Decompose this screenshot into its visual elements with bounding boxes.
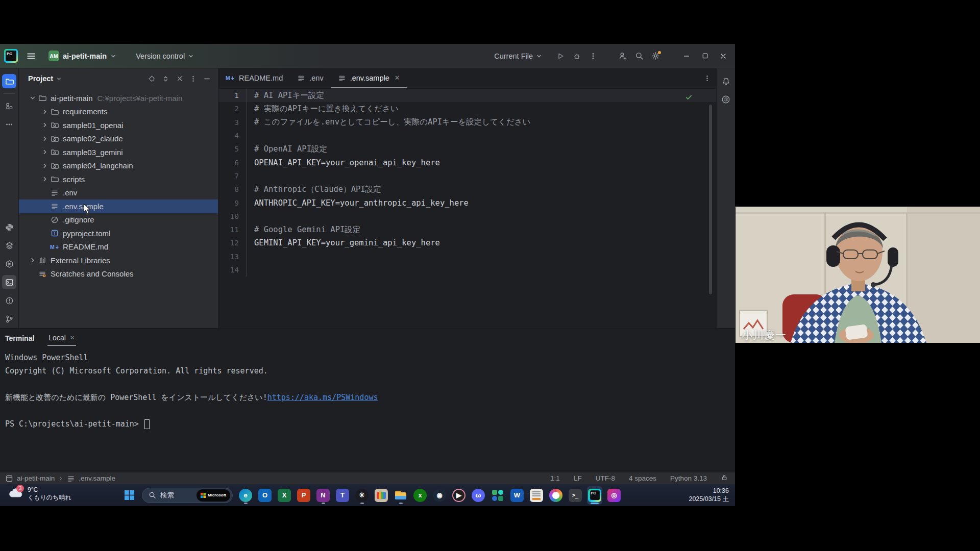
tree-item-scripts[interactable]: scripts [19,172,218,186]
more-toolwindows-icon[interactable] [2,117,16,132]
debug-button[interactable] [569,48,585,64]
excel-icon[interactable]: X [277,486,292,505]
taskbar-clock[interactable]: 10:36 2025/03/15 土 [689,487,729,504]
terminal-tab-local[interactable]: Local ✕ [47,334,76,346]
more-actions-button[interactable] [585,48,601,64]
crumb-file[interactable]: .env.sample [79,474,115,482]
word-icon[interactable]: W [509,486,525,505]
status-python-3-13[interactable]: Python 3.13 [670,474,707,482]
editor-line-13[interactable]: 13 [218,250,716,263]
chevron-right-icon[interactable] [40,122,50,128]
services-toolwindow-icon[interactable] [2,238,16,253]
editor-line-1[interactable]: 1# AI APIキー設定 [218,89,716,102]
editor-line-9[interactable]: 9ANTHROPIC_API_KEY=your_anthropic_api_ke… [218,196,716,209]
project-selector[interactable]: AM ai-petit-main [44,48,120,63]
discord-icon[interactable]: ω [471,486,486,505]
editor-line-7[interactable]: 7 [218,169,716,183]
close-button[interactable] [715,47,732,65]
chevron-right-icon[interactable] [28,257,37,263]
status-1-1[interactable]: 1:1 [550,474,560,482]
editor-line-4[interactable]: 4 [218,129,716,142]
editor-scrollbar[interactable] [709,105,712,294]
outlook-icon[interactable]: O [257,486,273,505]
expand-all-button[interactable] [159,72,173,85]
project-toolwindow-icon[interactable] [2,74,16,88]
terminal-app-icon[interactable]: >_ [568,486,583,505]
app-quad-icon[interactable] [490,486,505,505]
photos-icon[interactable] [374,486,389,505]
terminal-toolwindow-icon[interactable] [2,275,16,289]
vcs-menu-button[interactable]: Version control [132,50,198,62]
editor-line-14[interactable]: 14 [218,263,716,277]
tree-item-README.md[interactable]: MREADME.md [19,240,218,254]
chevron-right-icon[interactable] [40,149,50,155]
tree-item-ai-petit-main[interactable]: ai-petit-mainC:¥projects¥ai-petit-main [19,91,218,105]
crumb-project[interactable]: ai-petit-main [17,474,55,482]
taskbar-search-input[interactable]: 検索 Microsoft [142,488,233,503]
minimize-button[interactable] [678,47,695,65]
editor-line-12[interactable]: 12GEMINI_API_KEY=your_gemini_api_key_her… [218,236,716,249]
notepadpp-icon[interactable] [529,486,544,505]
steam-icon[interactable]: ◉ [432,486,447,505]
chatgpt-icon[interactable]: ✳ [354,486,370,505]
chevron-right-icon[interactable] [40,163,50,169]
chevron-right-icon[interactable] [40,136,50,142]
collapse-all-button[interactable] [173,72,186,85]
locate-file-button[interactable] [145,72,159,85]
editor-line-3[interactable]: 3# このファイルを.envとしてコピーし、実際のAPIキーを設定してください [218,116,716,129]
status-4-spaces[interactable]: 4 spaces [629,474,656,482]
ai-assistant-icon[interactable]: @ [719,92,733,107]
run-config-selector[interactable]: Current File [494,52,542,60]
settings-button[interactable] [647,48,664,64]
editor-line-2[interactable]: 2# 実際のAPIキーに置き換えてください [218,102,716,115]
tree-item-.env[interactable]: .env [19,186,218,200]
inspections-passed-icon[interactable] [685,93,693,103]
copilot-icon[interactable] [548,486,564,505]
pycharm-icon[interactable]: PC [587,486,602,505]
status-utf-8[interactable]: UTF-8 [596,474,615,482]
tree-item-.env.sample[interactable]: .env.sample [19,199,218,213]
tree-item-sample03_gemini[interactable]: sample03_gemini [19,145,218,159]
structure-toolwindow-icon[interactable] [2,99,16,113]
code-with-me-button[interactable] [615,48,631,64]
media-player-icon[interactable]: ▶ [451,486,467,505]
tree-item-sample02_claude[interactable]: sample02_claude [19,132,218,146]
explorer-icon[interactable] [393,486,408,505]
xbox-icon[interactable]: x [412,486,428,505]
start-button[interactable] [121,488,137,503]
editor-line-10[interactable]: 10 [218,210,716,223]
chevron-down-icon[interactable] [28,95,37,101]
editor-tab-README.md[interactable]: MREADME.md [218,68,290,88]
hide-panel-button[interactable] [200,72,214,85]
tree-item-sample04_langchain[interactable]: sample04_langchain [19,159,218,173]
onenote-icon[interactable]: N [315,486,331,505]
edge-icon[interactable]: e [238,486,253,505]
powerpoint-icon[interactable]: P [296,486,311,505]
editor-line-5[interactable]: 5# OpenAI API設定 [218,142,716,156]
project-panel-title[interactable]: Project [28,74,62,83]
problems-toolwindow-icon[interactable] [2,293,16,308]
editor-tab-.env.sample[interactable]: .env.sample✕ [331,68,407,88]
search-everywhere-button[interactable] [631,48,647,64]
editor-line-11[interactable]: 11# Google Gemini API設定 [218,223,716,236]
git-toolwindow-icon[interactable] [2,312,16,326]
panel-options-button[interactable] [186,72,200,85]
app-magenta-icon[interactable]: ◎ [606,486,622,505]
terminal-link[interactable]: https://aka.ms/PSWindows [267,393,378,402]
run-button[interactable] [552,48,569,64]
chevron-right-icon[interactable] [40,109,50,115]
tree-item-pyproject.toml[interactable]: Tpyproject.toml [19,227,218,240]
editor-body[interactable]: 1# AI APIキー設定2# 実際のAPIキーに置き換えてください3# このフ… [218,89,716,328]
maximize-button[interactable] [696,47,714,65]
editor-tab-.env[interactable]: .env [290,68,330,88]
terminal-output[interactable]: Windows PowerShellCopyright (C) Microsof… [5,346,735,472]
notifications-bell-icon[interactable] [719,74,733,88]
tree-item-requirements[interactable]: requirements [19,105,218,119]
editor-line-8[interactable]: 8# Anthropic（Claude）API設定 [218,183,716,196]
chevron-right-icon[interactable] [40,176,50,182]
editor-line-6[interactable]: 6OPENAI_API_KEY=your_openai_api_key_here [218,156,716,169]
tree-item-Scratches and Consoles[interactable]: Scratches and Consoles [19,267,218,281]
close-icon[interactable]: ✕ [70,334,75,341]
close-tab-icon[interactable]: ✕ [395,74,400,82]
tab-options-button[interactable] [698,68,716,88]
